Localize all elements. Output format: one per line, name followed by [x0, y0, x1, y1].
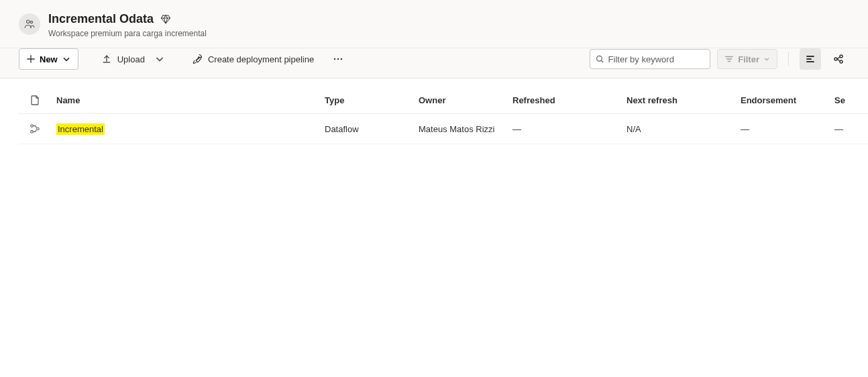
- column-header-icon[interactable]: [19, 78, 51, 114]
- filter-button[interactable]: Filter: [717, 49, 777, 69]
- svg-point-5: [341, 58, 342, 60]
- column-header-owner[interactable]: Owner: [413, 78, 507, 114]
- column-header-endorsement[interactable]: Endorsement: [735, 78, 829, 114]
- create-pipeline-button[interactable]: Create deployment pipeline: [185, 48, 321, 70]
- premium-diamond-icon: [160, 14, 171, 25]
- item-type: Dataflow: [319, 114, 413, 144]
- filter-button-label: Filter: [738, 54, 759, 64]
- workspace-title: Incremental Odata: [48, 12, 154, 26]
- svg-point-4: [337, 58, 339, 60]
- svg-point-0: [27, 20, 30, 23]
- item-sensitivity: —: [829, 114, 868, 144]
- column-header-type[interactable]: Type: [319, 78, 413, 114]
- svg-point-2: [199, 57, 200, 58]
- filter-lines-icon: [724, 54, 734, 64]
- upload-button[interactable]: Upload: [95, 48, 172, 70]
- more-options-button[interactable]: [327, 48, 349, 70]
- dataflow-icon: [30, 123, 40, 134]
- table-header-row: Name Type Owner Refreshed Next refresh E…: [19, 78, 868, 114]
- file-icon: [30, 95, 40, 105]
- search-icon: [596, 54, 604, 64]
- toolbar: New Upload Create deployment pipeline Fi…: [0, 48, 868, 78]
- ellipsis-icon: [333, 54, 343, 64]
- item-refreshed: —: [507, 114, 621, 144]
- separator: [788, 52, 789, 66]
- column-header-next-refresh[interactable]: Next refresh: [621, 78, 735, 114]
- rocket-icon: [192, 54, 203, 64]
- svg-point-1: [30, 21, 32, 23]
- search-input[interactable]: [608, 54, 705, 64]
- item-owner: Mateus Matos Rizzi: [413, 114, 507, 144]
- list-lines-icon: [805, 54, 816, 64]
- lineage-view-button[interactable]: [828, 48, 849, 70]
- content-list: Name Type Owner Refreshed Next refresh E…: [0, 78, 868, 144]
- new-button[interactable]: New: [19, 48, 78, 70]
- column-header-sensitivity[interactable]: Se: [829, 78, 868, 114]
- plus-icon: [26, 54, 36, 64]
- workspace-avatar: [19, 13, 40, 35]
- create-pipeline-label: Create deployment pipeline: [208, 54, 314, 64]
- item-next-refresh: N/A: [621, 114, 735, 144]
- workspace-subtitle: Workspace premium para carga incremental: [48, 29, 207, 38]
- chevron-down-icon: [62, 54, 71, 64]
- upload-icon: [101, 54, 112, 64]
- table-row[interactable]: Incremental Dataflow Mateus Matos Rizzi …: [19, 114, 868, 144]
- column-header-name[interactable]: Name: [51, 78, 319, 114]
- column-header-refreshed[interactable]: Refreshed: [507, 78, 621, 114]
- item-endorsement: —: [735, 114, 829, 144]
- chevron-down-icon: [763, 56, 770, 62]
- item-name[interactable]: Incremental: [56, 123, 105, 135]
- lineage-icon: [833, 54, 844, 64]
- svg-point-12: [37, 127, 40, 130]
- search-box[interactable]: [590, 49, 710, 69]
- upload-button-label: Upload: [117, 54, 145, 64]
- list-view-button[interactable]: [800, 48, 821, 70]
- workspace-header: Incremental Odata Workspace premium para…: [0, 0, 868, 48]
- svg-point-3: [334, 58, 335, 60]
- chevron-down-icon: [154, 54, 165, 64]
- new-button-label: New: [40, 54, 58, 64]
